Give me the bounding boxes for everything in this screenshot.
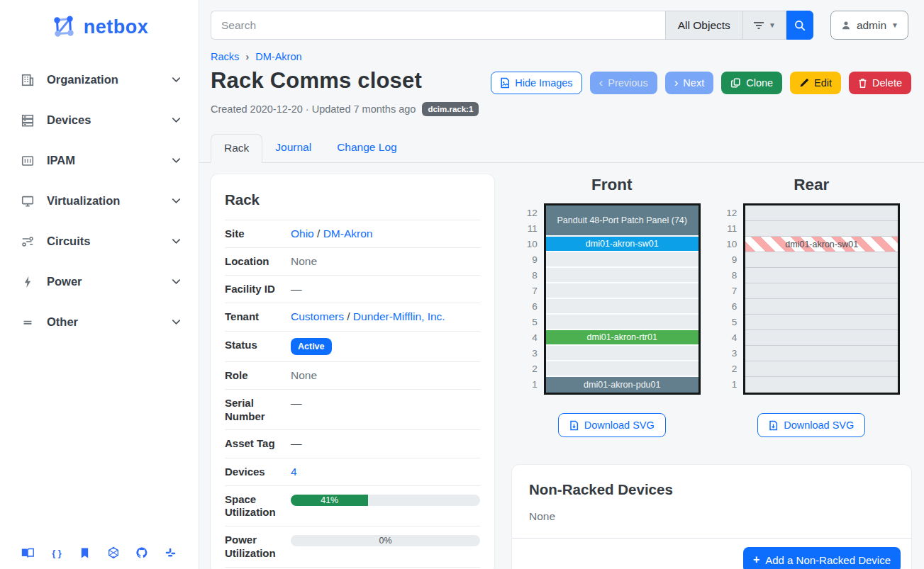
rack-unit-empty[interactable] bbox=[546, 315, 698, 330]
tab-rack[interactable]: Rack bbox=[211, 134, 262, 163]
progress-fill: 41% bbox=[291, 495, 368, 506]
info-label: Status bbox=[225, 338, 291, 352]
sidebar-item-other[interactable]: Other bbox=[0, 302, 199, 342]
chevron-down-icon bbox=[171, 196, 182, 206]
edit-button[interactable]: Edit bbox=[790, 72, 841, 94]
unit-number: 12 bbox=[523, 205, 538, 221]
rack-unit-empty[interactable] bbox=[745, 315, 898, 330]
sidebar-item-label: Virtualization bbox=[47, 194, 171, 208]
rack-unit-device[interactable]: dmi01-akron-pdu01 bbox=[546, 377, 698, 393]
clone-button[interactable]: Clone bbox=[721, 72, 782, 94]
hide-images-button[interactable]: Hide Images bbox=[491, 72, 581, 94]
delete-button[interactable]: Delete bbox=[849, 72, 911, 94]
github-icon[interactable] bbox=[134, 546, 150, 560]
rack-drawing-rear[interactable]: dmi01-akron-sw01 bbox=[743, 203, 900, 395]
rack-unit-empty[interactable] bbox=[745, 221, 898, 237]
next-label: Next bbox=[683, 77, 704, 89]
devices-link[interactable]: 4 bbox=[291, 466, 297, 478]
search-filter-button[interactable]: ▼ bbox=[743, 11, 786, 40]
chevron-down-icon bbox=[171, 317, 182, 327]
unit-number: 1 bbox=[523, 377, 538, 393]
info-value-power-utilization: 0% bbox=[291, 533, 480, 546]
download-svg-button-front[interactable]: Download SVG bbox=[558, 413, 666, 437]
rack-unit-empty[interactable] bbox=[745, 299, 898, 315]
elevation-front: Front121110987654321Panduit 48-Port Patc… bbox=[512, 174, 712, 437]
netbox-logo[interactable]: netbox bbox=[0, 4, 199, 50]
sidebar-item-circuits[interactable]: Circuits bbox=[0, 221, 199, 261]
tenant-link-dunder-mifflin-inc[interactable]: Dunder-Mifflin, Inc. bbox=[353, 310, 445, 322]
sidebar-item-virtualization[interactable]: Virtualization bbox=[0, 181, 199, 221]
breadcrumb-racks[interactable]: Racks bbox=[211, 51, 239, 62]
rack-unit-empty[interactable] bbox=[546, 283, 698, 299]
slack-icon[interactable] bbox=[163, 546, 179, 560]
rack-details-card: Rack SiteOhio / DM-AkronLocationNoneFaci… bbox=[211, 174, 494, 569]
unit-number: 11 bbox=[523, 221, 538, 237]
info-label: Role bbox=[225, 368, 291, 383]
object-meta: Created 2020-12-20 · Updated 7 months ag… bbox=[211, 102, 913, 116]
object-type-button[interactable]: All Objects bbox=[665, 11, 743, 40]
rack-unit-empty[interactable] bbox=[745, 268, 898, 283]
graphql-icon[interactable] bbox=[106, 546, 121, 560]
sidebar-item-power[interactable]: Power bbox=[0, 261, 199, 302]
rack-unit-empty[interactable] bbox=[745, 377, 898, 393]
copy-icon bbox=[730, 77, 741, 89]
unit-number: 10 bbox=[723, 237, 737, 252]
unit-number: 3 bbox=[723, 346, 737, 361]
add-non-racked-device-button[interactable]: + Add a Non-Racked Device bbox=[743, 547, 901, 569]
code-braces-icon[interactable]: { } bbox=[49, 546, 65, 560]
unit-number: 2 bbox=[523, 361, 538, 377]
tab-journal[interactable]: Journal bbox=[262, 134, 324, 162]
rack-unit-empty[interactable] bbox=[745, 252, 898, 268]
info-row-role: RoleNone bbox=[225, 361, 480, 389]
rack-unit-empty[interactable] bbox=[745, 205, 898, 221]
netbox-logo-icon bbox=[50, 13, 77, 40]
download-svg-button-rear[interactable]: Download SVG bbox=[757, 413, 865, 437]
unit-number: 4 bbox=[523, 330, 538, 346]
site-link-dm-akron[interactable]: DM-Akron bbox=[323, 227, 373, 240]
user-menu-button[interactable]: admin ▼ bbox=[830, 11, 908, 40]
sidebar-item-devices[interactable]: Devices bbox=[0, 100, 199, 140]
docs-book-icon[interactable] bbox=[20, 546, 35, 560]
rack-unit-device[interactable]: Panduit 48-Port Patch Panel (74) bbox=[546, 205, 698, 237]
tab-change-log[interactable]: Change Log bbox=[324, 134, 409, 162]
rack-unit-device[interactable]: dmi01-akron-sw01 bbox=[745, 237, 898, 252]
info-row-power-utilization: Power Utilization0% bbox=[225, 526, 480, 568]
rack-unit-empty[interactable] bbox=[745, 330, 898, 346]
breadcrumb-site[interactable]: DM-Akron bbox=[255, 51, 301, 62]
rack-unit-empty[interactable] bbox=[546, 252, 698, 268]
next-button[interactable]: › Next bbox=[665, 72, 714, 94]
search-submit-button[interactable] bbox=[786, 11, 813, 40]
left-column: Rack SiteOhio / DM-AkronLocationNoneFaci… bbox=[211, 174, 494, 569]
rack-unit-empty[interactable] bbox=[745, 346, 898, 361]
rack-unit-empty[interactable] bbox=[546, 299, 698, 315]
api-docs-icon[interactable] bbox=[77, 546, 93, 560]
sidebar-item-label: Power bbox=[47, 275, 171, 288]
rack-unit-device[interactable]: dmi01-akron-sw01 bbox=[546, 237, 698, 252]
rack-unit-empty[interactable] bbox=[546, 361, 698, 377]
unit-numbers-front: 121110987654321 bbox=[523, 203, 538, 393]
rack-drawing-front[interactable]: Panduit 48-Port Patch Panel (74)dmi01-ak… bbox=[544, 203, 701, 395]
rack-unit-empty[interactable] bbox=[546, 268, 698, 283]
rack-elevations: Front121110987654321Panduit 48-Port Patc… bbox=[512, 174, 911, 437]
sidebar-item-ipam[interactable]: IPAM bbox=[0, 140, 199, 181]
tenant-link-customers[interactable]: Customers bbox=[291, 310, 344, 322]
sidebar-item-label: Circuits bbox=[47, 235, 171, 248]
rack-unit-device[interactable]: dmi01-akron-rtr01 bbox=[546, 330, 698, 346]
sidebar-item-organization[interactable]: Organization bbox=[0, 60, 199, 100]
previous-button[interactable]: ‹ Previous bbox=[590, 72, 657, 94]
chevron-down-icon: ▼ bbox=[891, 21, 898, 29]
rack-unit-empty[interactable] bbox=[745, 361, 898, 377]
hide-images-label: Hide Images bbox=[515, 77, 572, 89]
rack-unit-empty[interactable] bbox=[546, 346, 698, 361]
object-id-badge[interactable]: dcim.rack:1 bbox=[422, 102, 479, 116]
global-search-group: All Objects ▼ bbox=[211, 11, 813, 40]
breadcrumb: Racks › DM-Akron bbox=[211, 50, 924, 62]
chevron-down-icon bbox=[171, 74, 182, 85]
site-link-ohio[interactable]: Ohio bbox=[291, 227, 314, 240]
rack-unit-empty[interactable] bbox=[745, 283, 898, 299]
search-input[interactable] bbox=[211, 11, 665, 40]
lines-icon bbox=[20, 315, 35, 330]
elevation-title-rear: Rear bbox=[794, 176, 829, 194]
content: Rack SiteOhio / DM-AkronLocationNoneFaci… bbox=[199, 163, 924, 569]
progress-label: 0% bbox=[291, 535, 480, 546]
